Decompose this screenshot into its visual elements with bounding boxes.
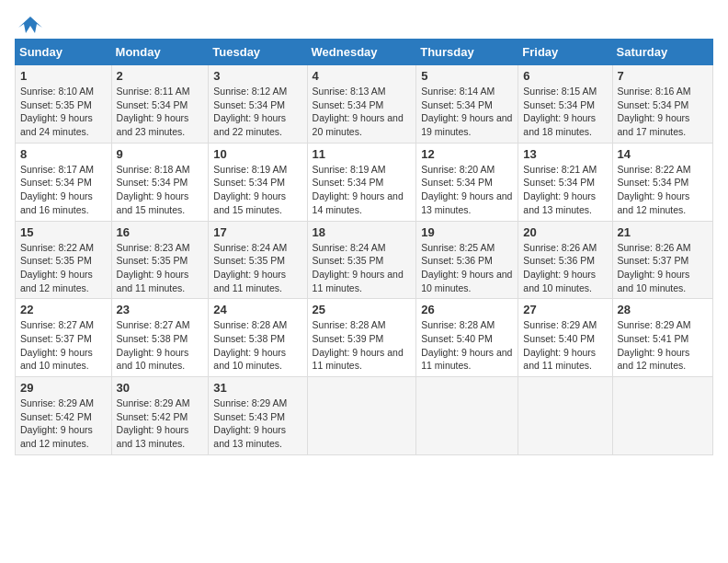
calendar-cell <box>612 377 712 455</box>
svg-marker-0 <box>18 17 42 33</box>
day-number: 30 <box>117 381 204 395</box>
cell-details: Sunrise: 8:11 AMSunset: 5:34 PMDaylight:… <box>117 85 204 139</box>
day-number: 12 <box>421 147 513 161</box>
col-header-sunday: Sunday <box>16 40 112 65</box>
calendar-cell: 31Sunrise: 8:29 AMSunset: 5:43 PMDayligh… <box>209 377 307 455</box>
calendar-cell: 2Sunrise: 8:11 AMSunset: 5:34 PMDaylight… <box>111 65 209 144</box>
logo <box>15 15 42 31</box>
day-number: 9 <box>117 147 204 161</box>
day-number: 27 <box>523 303 607 316</box>
calendar-cell: 29Sunrise: 8:29 AMSunset: 5:42 PMDayligh… <box>16 377 112 455</box>
calendar-cell: 27Sunrise: 8:29 AMSunset: 5:40 PMDayligh… <box>518 299 612 377</box>
day-number: 26 <box>421 303 513 316</box>
cell-details: Sunrise: 8:26 AMSunset: 5:37 PMDaylight:… <box>618 241 708 295</box>
cell-details: Sunrise: 8:24 AMSunset: 5:35 PMDaylight:… <box>313 241 412 295</box>
calendar-cell <box>518 377 612 455</box>
day-number: 10 <box>213 147 301 161</box>
col-header-thursday: Thursday <box>416 40 518 65</box>
logo-bird-icon <box>18 15 42 35</box>
calendar-cell: 20Sunrise: 8:26 AMSunset: 5:36 PMDayligh… <box>518 221 612 299</box>
cell-details: Sunrise: 8:23 AMSunset: 5:35 PMDaylight:… <box>117 241 204 295</box>
day-number: 13 <box>523 147 607 161</box>
cell-details: Sunrise: 8:19 AMSunset: 5:34 PMDaylight:… <box>313 163 412 217</box>
day-number: 6 <box>523 69 607 83</box>
week-row-2: 8Sunrise: 8:17 AMSunset: 5:34 PMDaylight… <box>16 143 713 221</box>
cell-details: Sunrise: 8:18 AMSunset: 5:34 PMDaylight:… <box>117 163 204 217</box>
day-number: 20 <box>523 225 607 239</box>
day-number: 19 <box>421 225 513 239</box>
calendar-cell: 1Sunrise: 8:10 AMSunset: 5:35 PMDaylight… <box>16 65 112 144</box>
day-number: 22 <box>20 303 107 316</box>
header <box>15 15 713 31</box>
day-number: 5 <box>421 69 513 83</box>
calendar-cell: 7Sunrise: 8:16 AMSunset: 5:34 PMDaylight… <box>612 65 712 144</box>
calendar-cell: 28Sunrise: 8:29 AMSunset: 5:41 PMDayligh… <box>612 299 712 377</box>
day-number: 1 <box>20 69 107 83</box>
cell-details: Sunrise: 8:19 AMSunset: 5:34 PMDaylight:… <box>213 163 301 217</box>
cell-details: Sunrise: 8:24 AMSunset: 5:35 PMDaylight:… <box>213 241 301 295</box>
cell-details: Sunrise: 8:22 AMSunset: 5:35 PMDaylight:… <box>20 241 107 295</box>
day-number: 18 <box>313 225 412 239</box>
day-number: 16 <box>117 225 204 239</box>
calendar-table: SundayMondayTuesdayWednesdayThursdayFrid… <box>15 39 713 455</box>
calendar-cell: 3Sunrise: 8:12 AMSunset: 5:34 PMDaylight… <box>209 65 307 144</box>
calendar-cell: 22Sunrise: 8:27 AMSunset: 5:37 PMDayligh… <box>16 299 112 377</box>
cell-details: Sunrise: 8:29 AMSunset: 5:41 PMDaylight:… <box>618 318 708 373</box>
calendar-cell: 21Sunrise: 8:26 AMSunset: 5:37 PMDayligh… <box>612 221 712 299</box>
calendar-cell: 6Sunrise: 8:15 AMSunset: 5:34 PMDaylight… <box>518 65 612 144</box>
day-number: 25 <box>313 303 412 316</box>
cell-details: Sunrise: 8:28 AMSunset: 5:39 PMDaylight:… <box>313 318 412 373</box>
calendar-cell: 12Sunrise: 8:20 AMSunset: 5:34 PMDayligh… <box>416 143 518 221</box>
day-number: 14 <box>618 147 708 161</box>
calendar-cell: 16Sunrise: 8:23 AMSunset: 5:35 PMDayligh… <box>111 221 209 299</box>
cell-details: Sunrise: 8:20 AMSunset: 5:34 PMDaylight:… <box>421 163 513 217</box>
calendar-cell: 24Sunrise: 8:28 AMSunset: 5:38 PMDayligh… <box>209 299 307 377</box>
col-header-saturday: Saturday <box>612 40 712 65</box>
cell-details: Sunrise: 8:12 AMSunset: 5:34 PMDaylight:… <box>213 85 301 139</box>
cell-details: Sunrise: 8:25 AMSunset: 5:36 PMDaylight:… <box>421 241 513 295</box>
calendar-cell: 10Sunrise: 8:19 AMSunset: 5:34 PMDayligh… <box>209 143 307 221</box>
cell-details: Sunrise: 8:29 AMSunset: 5:40 PMDaylight:… <box>523 318 607 373</box>
cell-details: Sunrise: 8:29 AMSunset: 5:43 PMDaylight:… <box>213 396 301 451</box>
week-row-5: 29Sunrise: 8:29 AMSunset: 5:42 PMDayligh… <box>16 377 713 455</box>
cell-details: Sunrise: 8:14 AMSunset: 5:34 PMDaylight:… <box>421 85 513 139</box>
week-row-4: 22Sunrise: 8:27 AMSunset: 5:37 PMDayligh… <box>16 299 713 377</box>
calendar-cell: 9Sunrise: 8:18 AMSunset: 5:34 PMDaylight… <box>111 143 209 221</box>
cell-details: Sunrise: 8:29 AMSunset: 5:42 PMDaylight:… <box>117 396 204 451</box>
week-row-1: 1Sunrise: 8:10 AMSunset: 5:35 PMDaylight… <box>16 65 713 144</box>
calendar-cell: 15Sunrise: 8:22 AMSunset: 5:35 PMDayligh… <box>16 221 112 299</box>
calendar-cell: 25Sunrise: 8:28 AMSunset: 5:39 PMDayligh… <box>307 299 416 377</box>
col-header-wednesday: Wednesday <box>307 40 416 65</box>
calendar-cell: 5Sunrise: 8:14 AMSunset: 5:34 PMDaylight… <box>416 65 518 144</box>
day-number: 17 <box>213 225 301 239</box>
cell-details: Sunrise: 8:21 AMSunset: 5:34 PMDaylight:… <box>523 163 607 217</box>
calendar-cell: 8Sunrise: 8:17 AMSunset: 5:34 PMDaylight… <box>16 143 112 221</box>
day-number: 2 <box>117 69 204 83</box>
day-number: 8 <box>20 147 107 161</box>
calendar-cell: 14Sunrise: 8:22 AMSunset: 5:34 PMDayligh… <box>612 143 712 221</box>
day-number: 24 <box>213 303 301 316</box>
cell-details: Sunrise: 8:22 AMSunset: 5:34 PMDaylight:… <box>618 163 708 217</box>
calendar-cell <box>416 377 518 455</box>
day-number: 31 <box>213 381 301 395</box>
header-row: SundayMondayTuesdayWednesdayThursdayFrid… <box>16 40 713 65</box>
day-number: 11 <box>313 147 412 161</box>
day-number: 3 <box>213 69 301 83</box>
col-header-tuesday: Tuesday <box>209 40 307 65</box>
cell-details: Sunrise: 8:28 AMSunset: 5:38 PMDaylight:… <box>213 318 301 373</box>
cell-details: Sunrise: 8:26 AMSunset: 5:36 PMDaylight:… <box>523 241 607 295</box>
cell-details: Sunrise: 8:15 AMSunset: 5:34 PMDaylight:… <box>523 85 607 139</box>
col-header-monday: Monday <box>111 40 209 65</box>
calendar-cell: 13Sunrise: 8:21 AMSunset: 5:34 PMDayligh… <box>518 143 612 221</box>
calendar-cell: 30Sunrise: 8:29 AMSunset: 5:42 PMDayligh… <box>111 377 209 455</box>
cell-details: Sunrise: 8:27 AMSunset: 5:38 PMDaylight:… <box>117 318 204 373</box>
day-number: 15 <box>20 225 107 239</box>
page-container: SundayMondayTuesdayWednesdayThursdayFrid… <box>15 15 713 455</box>
day-number: 4 <box>313 69 412 83</box>
calendar-cell: 11Sunrise: 8:19 AMSunset: 5:34 PMDayligh… <box>307 143 416 221</box>
cell-details: Sunrise: 8:28 AMSunset: 5:40 PMDaylight:… <box>421 318 513 373</box>
calendar-cell <box>307 377 416 455</box>
calendar-cell: 26Sunrise: 8:28 AMSunset: 5:40 PMDayligh… <box>416 299 518 377</box>
cell-details: Sunrise: 8:10 AMSunset: 5:35 PMDaylight:… <box>20 85 107 139</box>
cell-details: Sunrise: 8:13 AMSunset: 5:34 PMDaylight:… <box>313 85 412 139</box>
